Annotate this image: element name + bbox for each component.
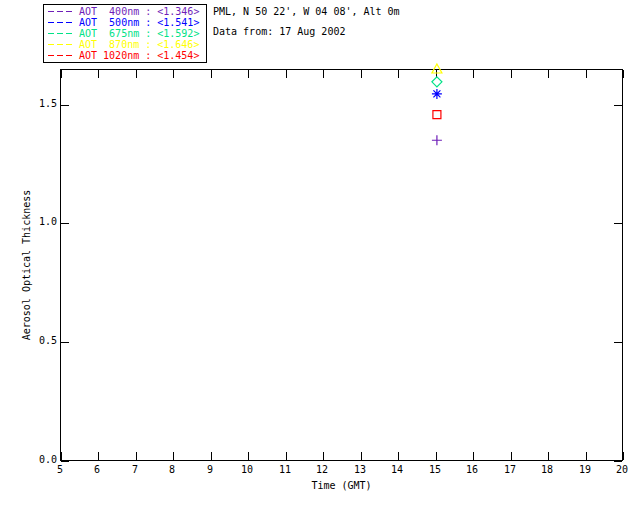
x-tick (623, 70, 624, 78)
x-tick-label: 6 (82, 464, 112, 475)
x-tick-label: 15 (420, 464, 450, 475)
legend: AOT 400nm : <1.346>AOT 500nm : <1.541>AO… (43, 4, 207, 63)
y-tick-label: 1.5 (27, 98, 57, 109)
y-tick-label: 0.5 (27, 335, 57, 346)
marker-aot-675nm (432, 77, 442, 87)
x-tick-label: 16 (457, 464, 487, 475)
x-tick-label: 7 (120, 464, 150, 475)
legend-dash-line (48, 44, 74, 45)
x-tick-label: 11 (270, 464, 300, 475)
y-tick-label: 0.0 (27, 454, 57, 465)
figure: AOT 400nm : <1.346>AOT 500nm : <1.541>AO… (0, 0, 640, 512)
legend-dash-line (48, 22, 74, 23)
legend-item: AOT 1020nm : <1.454> (48, 50, 206, 61)
x-tick-label: 5 (45, 464, 75, 475)
legend-item: AOT 400nm : <1.346> (48, 6, 206, 17)
date-header: Data from: 17 Aug 2002 (213, 26, 345, 37)
legend-dash-line (48, 11, 74, 12)
legend-item-label: AOT 675nm : <1.592> (79, 28, 199, 39)
x-tick-label: 20 (607, 464, 637, 475)
x-tick-label: 18 (532, 464, 562, 475)
x-tick-label: 13 (345, 464, 375, 475)
site-header: PML, N 50 22', W 04 08', Alt 0m (213, 6, 400, 17)
legend-item-label: AOT 500nm : <1.541> (79, 17, 199, 28)
x-tick (623, 452, 624, 460)
y-tick (614, 461, 622, 462)
x-tick-label: 17 (495, 464, 525, 475)
x-tick-label: 8 (157, 464, 187, 475)
legend-item: AOT 675nm : <1.592> (48, 28, 206, 39)
legend-item-label: AOT 870nm : <1.646> (79, 39, 199, 50)
y-axis-title: Aerosol Optical Thickness (21, 190, 32, 341)
legend-item: AOT 500nm : <1.541> (48, 17, 206, 28)
marker-aot-400nm (432, 135, 442, 145)
x-axis-title: Time (GMT) (60, 480, 623, 491)
y-tick (61, 461, 69, 462)
legend-dash-line (48, 33, 74, 34)
data-markers-layer (60, 69, 622, 460)
x-tick-label: 14 (382, 464, 412, 475)
x-tick-label: 12 (307, 464, 337, 475)
marker-aot-1020nm (433, 111, 441, 119)
legend-dash-line (48, 55, 74, 56)
x-tick-label: 19 (570, 464, 600, 475)
x-tick-label: 9 (195, 464, 225, 475)
legend-item-label: AOT 1020nm : <1.454> (79, 50, 199, 61)
marker-aot-500nm (432, 89, 442, 99)
x-tick-label: 10 (232, 464, 262, 475)
y-tick-label: 1.0 (27, 216, 57, 227)
marker-aot-870nm (432, 64, 442, 73)
legend-item-label: AOT 400nm : <1.346> (79, 6, 199, 17)
legend-item: AOT 870nm : <1.646> (48, 39, 206, 50)
